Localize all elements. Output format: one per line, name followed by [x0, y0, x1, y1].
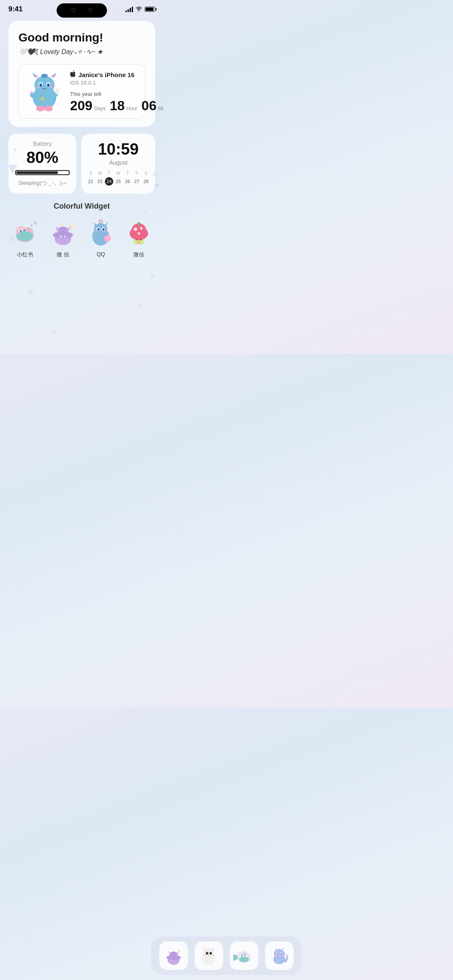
- clock-month: August: [86, 159, 150, 166]
- svg-point-27: [41, 74, 48, 78]
- wifi-icon: [135, 6, 142, 13]
- apple-logo-icon: [70, 70, 76, 79]
- app-grid: z z z 小红书: [8, 217, 155, 259]
- svg-point-70: [140, 227, 143, 230]
- signal-bar-3: [130, 8, 131, 12]
- app-icon-weixin1[interactable]: ★ ✦: [48, 217, 78, 248]
- device-name-row: Janice's iPhone 16: [70, 70, 164, 79]
- svg-point-16: [49, 86, 54, 88]
- lovely-day-text: 🤍🖤ξ Lovely Day₊✧ ·∿~ ★: [18, 48, 145, 56]
- signal-bar-4: [132, 7, 133, 12]
- countdown-row: 209 Days 18 Hour 06 Min: [70, 99, 164, 112]
- app-label-qq: QQ: [96, 251, 105, 257]
- main-card: Good morning! 🤍🖤ξ Lovely Day₊✧ ·∿~ ★: [8, 21, 155, 127]
- app-item-xiaohongshu[interactable]: z z z 小红书: [8, 217, 42, 259]
- svg-point-13: [41, 84, 42, 85]
- svg-text:z: z: [31, 223, 33, 228]
- status-right-icons: [125, 6, 155, 13]
- cal-day-22: 22: [86, 177, 95, 186]
- signal-bar-2: [128, 9, 129, 12]
- device-name-text: Janice's iPhone 16: [78, 71, 135, 78]
- svg-point-34: [23, 229, 25, 231]
- svg-text:✦: ✦: [106, 237, 109, 240]
- svg-point-2: [34, 76, 55, 94]
- svg-marker-53: [93, 222, 97, 227]
- battery-bar-fill: [16, 171, 58, 174]
- ios-version-text: iOS 18.0.1: [70, 80, 164, 86]
- cards-row: Battery 80% Sleeping(つ＿-。)₊˖ 10:59 Augus…: [8, 134, 155, 194]
- dynamic-island: ♡ ♡: [57, 3, 107, 18]
- svg-point-58: [102, 228, 104, 231]
- svg-point-57: [97, 228, 99, 231]
- app-item-weixin1[interactable]: ★ ✦ 微 信: [47, 217, 80, 259]
- dynamic-island-heart-right: ♡: [88, 7, 93, 14]
- cal-header-s2: S: [142, 170, 150, 176]
- svg-point-14: [49, 84, 49, 85]
- battery-card-percent: 80%: [15, 149, 70, 167]
- svg-point-69: [134, 228, 137, 231]
- svg-point-74: [136, 239, 138, 240]
- battery-card-label: Battery: [15, 140, 70, 147]
- cal-day-27: 27: [133, 177, 141, 186]
- svg-point-15: [35, 86, 39, 88]
- clock-time: 10:59: [86, 140, 150, 158]
- status-bar: 9:41 ♡ ♡: [0, 0, 164, 17]
- battery-card: Battery 80% Sleeping(つ＿-。)₊˖: [8, 134, 76, 194]
- svg-point-0: [138, 10, 139, 11]
- app-label-xiaohongshu: 小红书: [17, 251, 33, 259]
- main-content: Good morning! 🤍🖤ξ Lovely Day₊✧ ·∿~ ★: [0, 17, 164, 330]
- app-icon-xiaohongshu[interactable]: z z z: [10, 217, 40, 248]
- cal-day-23: 23: [96, 177, 104, 186]
- character-illustration: ★ ★: [26, 70, 63, 112]
- svg-point-39: [16, 233, 20, 235]
- svg-text:✦: ✦: [60, 222, 65, 228]
- cal-day-24-today: 24: [105, 177, 113, 186]
- greeting-text: Good morning!: [18, 31, 145, 44]
- countdown-hours-unit: Hour: [126, 106, 137, 111]
- battery-status-icon: [145, 7, 155, 12]
- svg-text:z: z: [28, 226, 30, 230]
- svg-rect-66: [137, 240, 141, 244]
- countdown-days: 209: [70, 99, 92, 112]
- svg-text:★: ★: [30, 90, 34, 95]
- svg-marker-54: [104, 222, 108, 227]
- clock-card: 10:59 August S M T W T F S 22 23 24 25 2…: [81, 134, 155, 194]
- countdown-hours: 18: [110, 99, 125, 112]
- svg-point-20: [55, 87, 57, 91]
- colorful-widget-title: Colorful Widget: [8, 202, 155, 211]
- device-card: ★ ★: [18, 64, 145, 119]
- svg-point-75: [140, 239, 142, 240]
- battery-bar-container: [15, 170, 70, 175]
- countdown-minutes: 06: [141, 99, 156, 112]
- app-icon-qq[interactable]: ✦: [86, 217, 116, 248]
- svg-point-71: [138, 232, 140, 235]
- signal-bars: [125, 6, 133, 12]
- app-item-weixin2[interactable]: 微信: [122, 217, 156, 259]
- cal-day-25: 25: [114, 177, 122, 186]
- sleeping-text: Sleeping(つ＿-。)₊˖: [15, 179, 70, 187]
- bottom-spacer: [8, 271, 155, 321]
- cal-day-28: 28: [142, 177, 150, 186]
- countdown-days-unit: Days: [94, 106, 105, 111]
- dynamic-island-heart-left: ♡: [71, 7, 76, 14]
- calendar-grid: S M T W T F S 22 23 24 25 26 27 28: [86, 170, 150, 186]
- cal-header-s1: S: [86, 170, 95, 176]
- svg-point-62: [104, 230, 108, 233]
- year-left-label: This year left: [70, 91, 164, 97]
- svg-point-49: [99, 220, 102, 223]
- svg-point-72: [138, 222, 140, 225]
- svg-text:★: ★: [40, 95, 45, 102]
- status-time: 9:41: [8, 5, 23, 13]
- cal-header-m: M: [96, 170, 104, 176]
- app-item-qq[interactable]: ✦ QQ: [84, 217, 117, 259]
- cal-header-w: W: [114, 170, 122, 176]
- app-label-weixin1: 微 信: [57, 251, 69, 259]
- svg-point-24: [44, 106, 53, 111]
- svg-point-47: [60, 235, 62, 238]
- signal-bar-1: [125, 10, 127, 12]
- cal-header-t1: T: [105, 170, 113, 176]
- cal-header-f: F: [133, 170, 141, 176]
- svg-point-61: [94, 230, 97, 233]
- app-icon-weixin2[interactable]: [124, 217, 154, 248]
- device-info: Janice's iPhone 16 iOS 18.0.1 This year …: [70, 70, 164, 112]
